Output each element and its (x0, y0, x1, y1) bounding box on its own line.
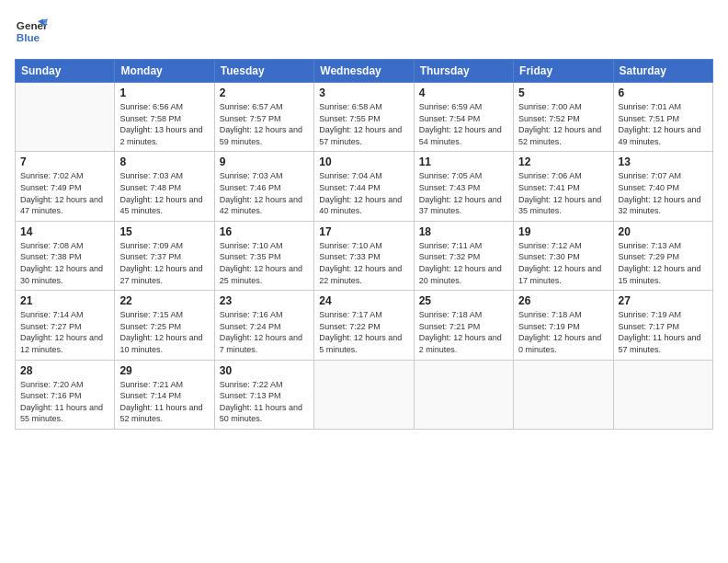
day-number: 17 (319, 225, 408, 238)
calendar-day-cell: 2Sunrise: 6:57 AMSunset: 7:57 PMDaylight… (214, 83, 313, 152)
day-info: Sunrise: 7:04 AMSunset: 7:44 PMDaylight:… (319, 170, 408, 216)
calendar-day-cell: 20Sunrise: 7:13 AMSunset: 7:29 PMDayligh… (613, 221, 712, 290)
day-info: Sunrise: 7:16 AMSunset: 7:24 PMDaylight:… (220, 309, 309, 355)
day-info: Sunrise: 6:57 AMSunset: 7:57 PMDaylight:… (220, 101, 309, 147)
day-info: Sunrise: 7:17 AMSunset: 7:22 PMDaylight:… (319, 309, 408, 355)
calendar-day-cell: 26Sunrise: 7:18 AMSunset: 7:19 PMDayligh… (514, 291, 613, 360)
day-info: Sunrise: 7:21 AMSunset: 7:14 PMDaylight:… (119, 379, 209, 425)
calendar-week-row: 28Sunrise: 7:20 AMSunset: 7:16 PMDayligh… (16, 360, 713, 429)
calendar-day-cell: 9Sunrise: 7:03 AMSunset: 7:46 PMDaylight… (214, 152, 313, 221)
day-number: 13 (619, 155, 708, 168)
day-info: Sunrise: 7:13 AMSunset: 7:29 PMDaylight:… (619, 240, 708, 286)
day-number: 1 (119, 86, 209, 99)
day-info: Sunrise: 7:20 AMSunset: 7:16 PMDaylight:… (20, 379, 109, 425)
calendar-table: SundayMondayTuesdayWednesdayThursdayFrid… (15, 59, 713, 430)
day-number: 2 (220, 86, 309, 99)
day-info: Sunrise: 7:00 AMSunset: 7:52 PMDaylight:… (518, 101, 608, 147)
day-info: Sunrise: 7:18 AMSunset: 7:21 PMDaylight:… (419, 309, 508, 355)
calendar-day-cell: 10Sunrise: 7:04 AMSunset: 7:44 PMDayligh… (314, 152, 414, 221)
calendar-day-cell: 25Sunrise: 7:18 AMSunset: 7:21 PMDayligh… (414, 291, 513, 360)
calendar-day-cell: 4Sunrise: 6:59 AMSunset: 7:54 PMDaylight… (414, 83, 513, 152)
day-number: 12 (518, 155, 608, 168)
day-number: 5 (518, 86, 608, 99)
calendar-day-cell: 5Sunrise: 7:00 AMSunset: 7:52 PMDaylight… (514, 83, 613, 152)
calendar-day-cell: 23Sunrise: 7:16 AMSunset: 7:24 PMDayligh… (214, 291, 313, 360)
weekday-header-saturday: Saturday (613, 60, 712, 83)
day-info: Sunrise: 7:01 AMSunset: 7:51 PMDaylight:… (619, 101, 708, 147)
calendar-day-cell: 7Sunrise: 7:02 AMSunset: 7:49 PMDaylight… (16, 152, 115, 221)
calendar-day-cell (314, 360, 414, 429)
day-number: 3 (319, 86, 408, 99)
day-info: Sunrise: 7:11 AMSunset: 7:32 PMDaylight:… (419, 240, 508, 286)
day-number: 8 (119, 155, 209, 168)
day-info: Sunrise: 7:07 AMSunset: 7:40 PMDaylight:… (619, 170, 708, 216)
day-number: 9 (220, 155, 309, 168)
calendar-day-cell: 8Sunrise: 7:03 AMSunset: 7:48 PMDaylight… (115, 152, 214, 221)
day-number: 15 (119, 225, 209, 238)
day-info: Sunrise: 7:09 AMSunset: 7:37 PMDaylight:… (119, 240, 209, 286)
day-info: Sunrise: 6:59 AMSunset: 7:54 PMDaylight:… (419, 101, 508, 147)
day-number: 14 (20, 225, 109, 238)
calendar-day-cell: 19Sunrise: 7:12 AMSunset: 7:30 PMDayligh… (514, 221, 613, 290)
weekday-header-tuesday: Tuesday (214, 60, 313, 83)
day-info: Sunrise: 7:06 AMSunset: 7:41 PMDaylight:… (518, 170, 608, 216)
calendar-day-cell: 1Sunrise: 6:56 AMSunset: 7:58 PMDaylight… (115, 83, 214, 152)
calendar-day-cell: 13Sunrise: 7:07 AMSunset: 7:40 PMDayligh… (613, 152, 712, 221)
day-info: Sunrise: 7:03 AMSunset: 7:48 PMDaylight:… (119, 170, 209, 216)
day-number: 29 (119, 364, 209, 377)
day-info: Sunrise: 6:56 AMSunset: 7:58 PMDaylight:… (119, 101, 209, 147)
day-info: Sunrise: 6:58 AMSunset: 7:55 PMDaylight:… (319, 101, 408, 147)
calendar-day-cell: 14Sunrise: 7:08 AMSunset: 7:38 PMDayligh… (16, 221, 115, 290)
weekday-header-row: SundayMondayTuesdayWednesdayThursdayFrid… (16, 60, 713, 83)
calendar-day-cell: 16Sunrise: 7:10 AMSunset: 7:35 PMDayligh… (214, 221, 313, 290)
logo: General Blue (15, 15, 48, 48)
logo-icon: General Blue (15, 15, 48, 48)
svg-text:Blue: Blue (17, 31, 40, 43)
calendar-week-row: 7Sunrise: 7:02 AMSunset: 7:49 PMDaylight… (16, 152, 713, 221)
calendar-day-cell: 11Sunrise: 7:05 AMSunset: 7:43 PMDayligh… (414, 152, 513, 221)
day-number: 10 (319, 155, 408, 168)
day-number: 20 (619, 225, 708, 238)
calendar-day-cell: 6Sunrise: 7:01 AMSunset: 7:51 PMDaylight… (613, 83, 712, 152)
day-info: Sunrise: 7:18 AMSunset: 7:19 PMDaylight:… (518, 309, 608, 355)
day-number: 26 (518, 294, 608, 307)
day-number: 4 (419, 86, 508, 99)
calendar-day-cell: 17Sunrise: 7:10 AMSunset: 7:33 PMDayligh… (314, 221, 414, 290)
day-number: 27 (619, 294, 708, 307)
day-number: 28 (20, 364, 109, 377)
day-number: 6 (619, 86, 708, 99)
day-number: 25 (419, 294, 508, 307)
calendar-day-cell: 15Sunrise: 7:09 AMSunset: 7:37 PMDayligh… (115, 221, 214, 290)
day-number: 11 (419, 155, 508, 168)
day-info: Sunrise: 7:10 AMSunset: 7:35 PMDaylight:… (220, 240, 309, 286)
calendar-day-cell (414, 360, 513, 429)
calendar-day-cell: 28Sunrise: 7:20 AMSunset: 7:16 PMDayligh… (16, 360, 115, 429)
day-info: Sunrise: 7:05 AMSunset: 7:43 PMDaylight:… (419, 170, 508, 216)
calendar-day-cell (514, 360, 613, 429)
day-number: 21 (20, 294, 109, 307)
calendar-day-cell: 22Sunrise: 7:15 AMSunset: 7:25 PMDayligh… (115, 291, 214, 360)
day-number: 19 (518, 225, 608, 238)
page-header: General Blue (15, 15, 713, 48)
day-info: Sunrise: 7:14 AMSunset: 7:27 PMDaylight:… (20, 309, 109, 355)
calendar-week-row: 21Sunrise: 7:14 AMSunset: 7:27 PMDayligh… (16, 291, 713, 360)
day-number: 23 (220, 294, 309, 307)
weekday-header-monday: Monday (115, 60, 214, 83)
calendar-day-cell: 29Sunrise: 7:21 AMSunset: 7:14 PMDayligh… (115, 360, 214, 429)
day-info: Sunrise: 7:10 AMSunset: 7:33 PMDaylight:… (319, 240, 408, 286)
calendar-week-row: 1Sunrise: 6:56 AMSunset: 7:58 PMDaylight… (16, 83, 713, 152)
day-number: 7 (20, 155, 109, 168)
day-info: Sunrise: 7:22 AMSunset: 7:13 PMDaylight:… (220, 379, 309, 425)
weekday-header-sunday: Sunday (16, 60, 115, 83)
day-number: 18 (419, 225, 508, 238)
calendar-day-cell: 21Sunrise: 7:14 AMSunset: 7:27 PMDayligh… (16, 291, 115, 360)
calendar-day-cell: 27Sunrise: 7:19 AMSunset: 7:17 PMDayligh… (613, 291, 712, 360)
day-info: Sunrise: 7:02 AMSunset: 7:49 PMDaylight:… (20, 170, 109, 216)
day-number: 22 (119, 294, 209, 307)
day-number: 24 (319, 294, 408, 307)
calendar-week-row: 14Sunrise: 7:08 AMSunset: 7:38 PMDayligh… (16, 221, 713, 290)
day-info: Sunrise: 7:03 AMSunset: 7:46 PMDaylight:… (220, 170, 309, 216)
weekday-header-friday: Friday (514, 60, 613, 83)
calendar-day-cell: 3Sunrise: 6:58 AMSunset: 7:55 PMDaylight… (314, 83, 414, 152)
calendar-day-cell: 18Sunrise: 7:11 AMSunset: 7:32 PMDayligh… (414, 221, 513, 290)
